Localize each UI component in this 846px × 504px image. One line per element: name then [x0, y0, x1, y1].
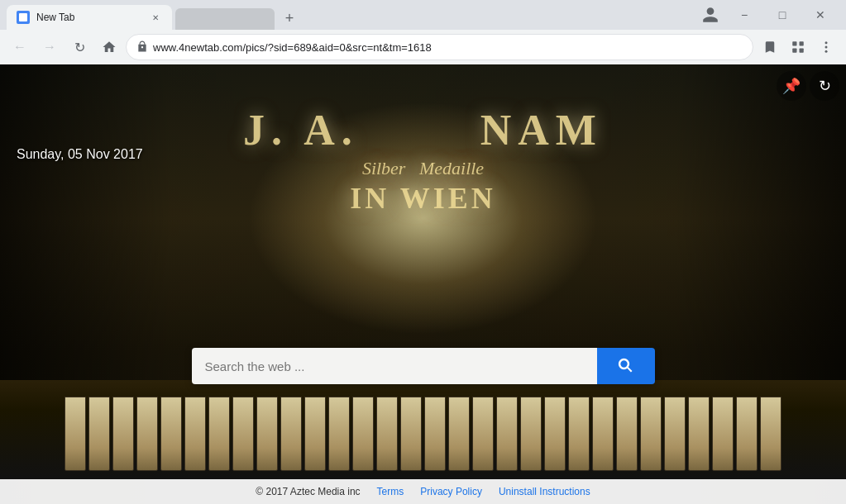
piano-key: [472, 397, 494, 471]
date-display: Sunday, 05 Nov 2017: [17, 147, 143, 162]
piano-key: [160, 397, 182, 471]
piano-key: [616, 397, 638, 471]
tab-bar: New Tab ✕ +: [7, 0, 695, 30]
piano-key: [448, 397, 470, 471]
piano-key: [424, 397, 446, 471]
action-icons: 📌 ↻: [777, 71, 839, 101]
address-bar[interactable]: [126, 34, 753, 60]
search-input[interactable]: [192, 348, 597, 384]
piano-keys-area: [0, 380, 846, 479]
secure-icon: [136, 40, 148, 55]
refresh-wallpaper-button[interactable]: ↻: [810, 71, 839, 101]
page-content: J. A. NAM Silber Medaille IN WIEN Sunday…: [0, 64, 846, 504]
piano-key: [328, 397, 350, 471]
piano-key: [184, 397, 206, 471]
piano-key: [280, 397, 302, 471]
svg-rect-0: [792, 41, 796, 45]
active-tab[interactable]: New Tab ✕: [7, 5, 172, 30]
piano-key: [640, 397, 662, 471]
piano-key: [664, 397, 686, 471]
piano-key: [352, 397, 374, 471]
home-button[interactable]: [96, 34, 122, 60]
pin-button[interactable]: 📌: [777, 71, 806, 101]
piano-key: [88, 397, 110, 471]
piano-key: [568, 397, 590, 471]
piano-key: [712, 397, 734, 471]
piano-key: [208, 397, 230, 471]
piano-key: [65, 397, 86, 471]
piano-key: [400, 397, 422, 471]
photos-button[interactable]: [785, 34, 811, 60]
svg-rect-1: [800, 41, 804, 45]
search-button[interactable]: [597, 348, 655, 384]
bookmark-button[interactable]: [757, 34, 783, 60]
piano-key: [688, 397, 710, 471]
svg-rect-3: [800, 49, 804, 53]
piano-key: [256, 397, 278, 471]
piano-key: [304, 397, 326, 471]
window-controls: − □ ✕: [725, 0, 839, 30]
tab-close-button[interactable]: ✕: [149, 11, 162, 24]
close-button[interactable]: ✕: [801, 0, 839, 30]
svg-point-6: [825, 50, 828, 53]
piano-key: [232, 397, 254, 471]
piano-key: [544, 397, 566, 471]
svg-rect-2: [792, 49, 796, 53]
reload-button[interactable]: ↻: [66, 34, 93, 60]
svg-point-5: [825, 46, 828, 49]
minimize-button[interactable]: −: [725, 0, 763, 30]
piano-key: [136, 397, 158, 471]
footer-privacy-link[interactable]: Privacy Policy: [420, 486, 482, 497]
footer-copyright: © 2017 Aztec Media inc: [256, 486, 360, 497]
tab-favicon: [17, 11, 30, 24]
footer-uninstall-link[interactable]: Uninstall Instructions: [499, 486, 590, 497]
piano-key: [112, 397, 134, 471]
new-tab-button[interactable]: +: [278, 7, 301, 30]
toolbar-right: [757, 34, 839, 60]
piano-key: [376, 397, 398, 471]
search-bar: [192, 348, 655, 384]
title-bar: New Tab ✕ + − □ ✕: [0, 0, 846, 30]
url-input[interactable]: [153, 41, 743, 54]
footer-terms-link[interactable]: Terms: [377, 486, 404, 497]
piano-key: [520, 397, 542, 471]
forward-button[interactable]: →: [36, 34, 63, 60]
page-footer: © 2017 Aztec Media inc Terms Privacy Pol…: [0, 479, 846, 504]
sign-line-3: IN WIEN: [0, 181, 846, 216]
piano-key: [760, 397, 781, 471]
inactive-tab[interactable]: [175, 8, 275, 30]
back-button[interactable]: ←: [7, 34, 33, 60]
browser-frame: New Tab ✕ + − □ ✕ ← → ↻: [0, 0, 846, 504]
piano-key: [736, 397, 758, 471]
maximize-button[interactable]: □: [763, 0, 801, 30]
toolbar: ← → ↻: [0, 30, 846, 64]
svg-point-4: [825, 41, 828, 44]
piano-key: [496, 397, 518, 471]
tab-title: New Tab: [36, 12, 142, 23]
profile-button[interactable]: [695, 0, 725, 30]
piano-key: [592, 397, 614, 471]
menu-button[interactable]: [813, 34, 839, 60]
